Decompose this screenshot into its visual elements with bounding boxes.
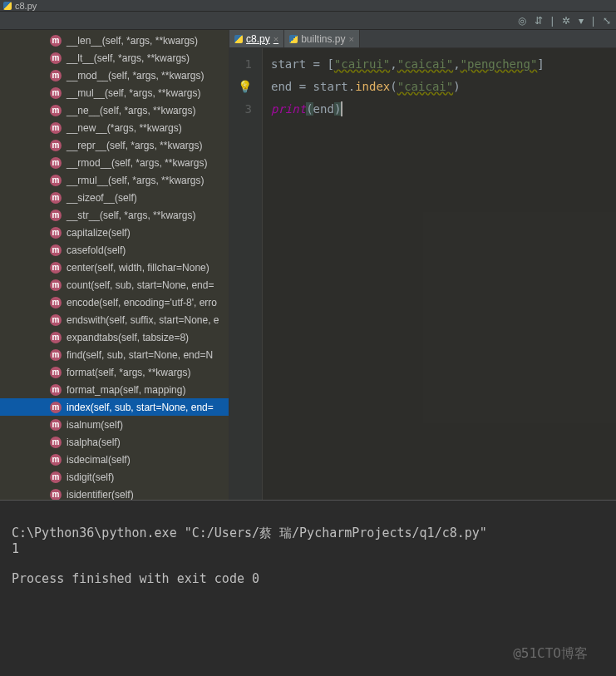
structure-item[interactable]: m__mod__(self, *args, **kwargs) — [0, 67, 229, 84]
tab-label: builtins.py — [301, 33, 345, 45]
structure-toolbar: ◎ ⇵ | ✲ ▾ | ⤡ — [0, 12, 616, 30]
structure-item[interactable]: m__lt__(self, *args, **kwargs) — [0, 49, 229, 67]
structure-item[interactable]: mcount(self, sub, start=None, end= — [0, 276, 229, 294]
structure-item-label: format_map(self, mapping) — [67, 384, 185, 396]
structure-item-label: __str__(self, *args, **kwargs) — [67, 210, 195, 221]
structure-item-label: __sizeof__(self) — [67, 192, 137, 204]
tab-builtins[interactable]: builtins.py × — [284, 30, 360, 47]
structure-item[interactable]: mindex(self, sub, start=None, end= — [0, 398, 229, 416]
line-number: 3 — [229, 98, 252, 121]
python-file-icon — [3, 2, 12, 10]
structure-item-label: isdecimal(self) — [67, 454, 131, 466]
gear-icon[interactable]: ✲ — [562, 15, 570, 27]
method-icon: m — [50, 402, 62, 413]
chevron-down-icon[interactable]: ▾ — [579, 15, 584, 27]
method-icon: m — [50, 70, 62, 81]
structure-item-label: __new__(*args, **kwargs) — [67, 122, 182, 134]
structure-item-label: __lt__(self, *args, **kwargs) — [67, 52, 190, 64]
structure-item[interactable]: m__len__(self, *args, **kwargs) — [0, 32, 229, 49]
window-tab: c8.py — [0, 0, 616, 12]
console-line: Process finished with exit code 0 — [12, 571, 259, 586]
python-file-icon — [234, 35, 243, 43]
structure-item[interactable]: mcasefold(self) — [0, 241, 229, 259]
window-tab-label: c8.py — [15, 1, 37, 11]
structure-item-label: casefold(self) — [67, 244, 126, 256]
structure-item[interactable]: misdecimal(self) — [0, 451, 229, 468]
structure-item[interactable]: mfind(self, sub, start=None, end=N — [0, 346, 229, 363]
structure-item-label: isalnum(self) — [67, 419, 123, 431]
intention-bulb-icon[interactable]: 💡 — [229, 76, 252, 98]
structure-item[interactable]: misalnum(self) — [0, 416, 229, 433]
structure-item-label: isdigit(self) — [67, 471, 114, 483]
structure-item[interactable]: misidentifier(self) — [0, 486, 229, 500]
method-icon: m — [50, 419, 62, 431]
editor-tab-bar: c8.py × builtins.py × — [229, 30, 616, 48]
structure-item[interactable]: mformat(self, *args, **kwargs) — [0, 363, 229, 381]
console-line: C:\Python36\python.exe "C:/Users/蔡 瑞/Pyc… — [12, 526, 487, 540]
structure-item[interactable]: m__str__(self, *args, **kwargs) — [0, 206, 229, 224]
main-area: m__len__(self, *args, **kwargs)m__lt__(s… — [0, 30, 616, 500]
target-icon[interactable]: ◎ — [518, 15, 526, 27]
structure-item-label: __mod__(self, *args, **kwargs) — [67, 70, 204, 81]
structure-item-label: __ne__(self, *args, **kwargs) — [67, 105, 195, 116]
structure-item-label: count(self, sub, start=None, end= — [67, 279, 214, 291]
gutter: 1 💡 3 — [229, 48, 263, 500]
structure-item[interactable]: m__ne__(self, *args, **kwargs) — [0, 101, 229, 119]
structure-item[interactable]: m__repr__(self, *args, **kwargs) — [0, 136, 229, 154]
structure-item[interactable]: mcapitalize(self) — [0, 224, 229, 241]
run-console[interactable]: C:\Python36\python.exe "C:/Users/蔡 瑞/Pyc… — [0, 500, 616, 674]
structure-item-label: center(self, width, fillchar=None) — [67, 262, 209, 274]
structure-item-label: __rmod__(self, *args, **kwargs) — [67, 157, 207, 169]
collapse-icon[interactable]: ⤡ — [603, 15, 611, 27]
method-icon: m — [50, 105, 62, 116]
method-icon: m — [50, 471, 62, 483]
structure-item-label: index(self, sub, start=None, end= — [67, 402, 214, 413]
structure-item-label: endswith(self, suffix, start=None, e — [67, 314, 219, 326]
structure-list: m__len__(self, *args, **kwargs)m__lt__(s… — [0, 30, 229, 500]
method-icon: m — [50, 35, 62, 47]
watermark: @51CTO博客 — [513, 645, 588, 663]
structure-item[interactable]: m__new__(*args, **kwargs) — [0, 119, 229, 136]
structure-item[interactable]: mformat_map(self, mapping) — [0, 381, 229, 398]
structure-item[interactable]: m__mul__(self, *args, **kwargs) — [0, 84, 229, 101]
structure-item-label: encode(self, encoding='utf-8', erro — [67, 297, 217, 308]
method-icon: m — [50, 175, 62, 186]
structure-item-label: __mul__(self, *args, **kwargs) — [67, 87, 200, 99]
structure-item-label: __rmul__(self, *args, **kwargs) — [67, 175, 204, 186]
editor-area: c8.py × builtins.py × 1 💡 3 start = ["ca… — [229, 30, 616, 500]
method-icon: m — [50, 262, 62, 274]
close-icon[interactable]: × — [349, 34, 354, 44]
line-number: 1 — [229, 53, 252, 76]
structure-item-label: isidentifier(self) — [67, 489, 134, 501]
structure-item[interactable]: misalpha(self) — [0, 433, 229, 451]
structure-item-label: isalpha(self) — [67, 437, 121, 448]
method-icon: m — [50, 244, 62, 256]
structure-item[interactable]: m__rmul__(self, *args, **kwargs) — [0, 171, 229, 189]
structure-item[interactable]: mcenter(self, width, fillchar=None) — [0, 259, 229, 276]
structure-item-label: format(self, *args, **kwargs) — [67, 367, 190, 378]
sync-icon[interactable]: ⇵ — [535, 15, 543, 27]
python-file-icon — [289, 35, 298, 43]
structure-item[interactable]: mexpandtabs(self, tabsize=8) — [0, 328, 229, 346]
structure-item[interactable]: m__sizeof__(self) — [0, 189, 229, 206]
code-editor[interactable]: 1 💡 3 start = ["cairui","caicai","pengch… — [229, 48, 616, 500]
structure-item-label: __len__(self, *args, **kwargs) — [67, 35, 198, 47]
method-icon: m — [50, 367, 62, 378]
structure-item[interactable]: m__rmod__(self, *args, **kwargs) — [0, 154, 229, 171]
structure-item[interactable]: mendswith(self, suffix, start=None, e — [0, 311, 229, 328]
code-content[interactable]: start = ["cairui","caicai","pengcheng"] … — [263, 48, 553, 500]
method-icon: m — [50, 332, 62, 343]
structure-panel: m__len__(self, *args, **kwargs)m__lt__(s… — [0, 30, 229, 500]
tab-label: c8.py — [246, 33, 270, 45]
caret — [341, 101, 342, 116]
structure-item[interactable]: misdigit(self) — [0, 468, 229, 486]
structure-item-label: capitalize(self) — [67, 227, 131, 239]
close-icon[interactable]: × — [274, 34, 278, 44]
method-icon: m — [50, 349, 62, 361]
structure-item[interactable]: mencode(self, encoding='utf-8', erro — [0, 294, 229, 311]
method-icon: m — [50, 437, 62, 448]
tab-c8[interactable]: c8.py × — [229, 30, 284, 47]
method-icon: m — [50, 140, 62, 151]
console-line: 1 — [12, 541, 19, 556]
method-icon: m — [50, 122, 62, 134]
